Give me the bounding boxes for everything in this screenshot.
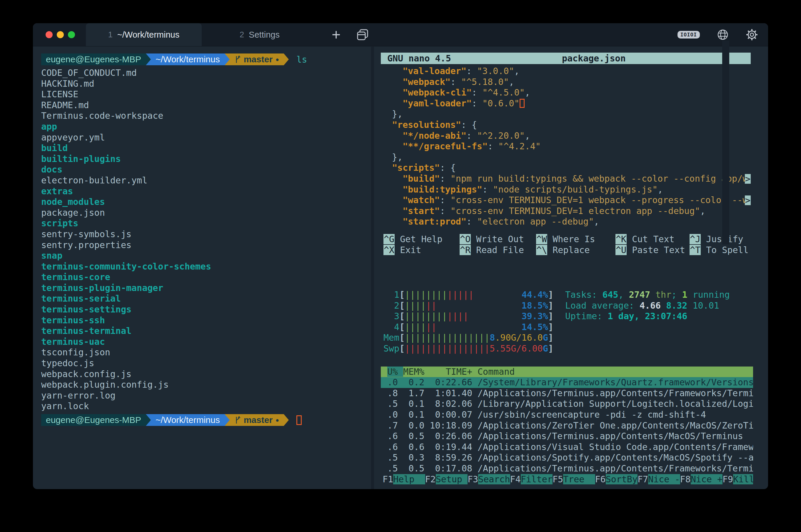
nano-shortcut: ^K Cut Text [615,234,690,245]
nano-shortcut: ^R Read File [460,245,536,255]
minimize-button[interactable] [57,31,64,38]
nano-scrollbar[interactable] [722,41,729,245]
nano-shortcut: ^T To Spell [690,245,751,255]
directory-entry: node_modules [41,197,376,208]
nano-shortcut: ^W Where Is [536,234,615,245]
prompt-line: eugene@Eugenes-MBP ~/Work/terminus maste… [41,54,376,65]
tab-number: 1 [108,30,113,39]
git-branch-label: master [244,415,273,425]
git-branch-icon [234,55,241,64]
nano-editor-pane[interactable]: GNU nano 4.5 package.json "val-loader": … [381,53,751,255]
process-row[interactable]: .5 0.3 8:59.26 /Applications/Spotify.app… [381,452,753,463]
process-row[interactable]: .8 1.7 1:01.40 /Applications/Terminus.ap… [381,388,753,399]
zoom-button[interactable] [68,31,75,38]
directory-entry: build [41,143,376,154]
terminal-cursor [296,415,302,425]
file-entry: yarn.lock [41,401,376,412]
uptime-line: Uptime: 1 day, 23:07:46 [565,311,730,322]
git-status-dot: ● [276,56,279,63]
directory-entry: terminus-settings [41,304,376,315]
process-row-selected[interactable]: .0 0.2 0:22.66 /System/Library/Framework… [381,377,753,388]
traffic-lights [33,23,86,46]
powerline-arrow [284,54,289,65]
memory-meter: Mem[||||||||||||||||8.90G/16.0G] [384,332,753,343]
powerline-arrow [146,414,151,426]
fkey-f1[interactable]: F1Help [383,474,425,484]
fkey-f9[interactable]: F9Kill [723,474,753,484]
duplicate-tab-icon[interactable] [356,28,369,41]
prompt-git-segment: master ● [230,54,284,65]
fkey-f7[interactable]: F7Nice - [637,474,680,484]
directory-entry: terminus-uac [41,337,376,347]
directory-entry: app [41,121,376,132]
htop-pane[interactable]: 1[||||||||||||| 44.4%] 2[|||||| 18.5%] 3… [381,289,753,485]
close-button[interactable] [45,31,53,38]
fkey-f2[interactable]: F2Setup [425,474,468,484]
tab-settings[interactable]: 2 Settings [202,23,318,46]
process-row[interactable]: .7 0.0 10:18.09 /Applications/ZeroTier O… [381,420,753,431]
directory-entry: docs [41,164,376,175]
globe-icon[interactable] [717,29,729,41]
prompt-git-segment: master ● [230,414,284,426]
nano-line: "start:prod": "electron app --debug", [381,216,751,227]
process-row[interactable]: .5 0.1 8:02.06 /Library/Application Supp… [381,399,753,410]
serial-ports-icon[interactable]: IOIOI [677,31,700,38]
file-entry: HACKING.md [41,78,376,89]
nano-shortcut: ^X Exit [384,245,460,255]
nano-line: "resolutions": { [381,120,751,131]
file-entry: CODE_OF_CONDUCT.md [41,68,376,78]
process-table-header[interactable]: U% MEM% TIME+ Command [381,366,753,377]
fkey-f3[interactable]: F3Search [468,474,510,484]
directory-entry: terminus-serial [41,293,376,304]
nano-line: "build:typings": "node scripts/build-typ… [381,184,751,195]
prompt-user-segment: eugene@Eugenes-MBP [41,54,146,65]
directory-entry: terminus-terminal [41,326,376,337]
process-row[interactable]: .0 0.1 0:00.07 /usr/sbin/screencapture -… [381,410,753,420]
process-row[interactable]: .5 0.5 0:17.08 /Applications/Terminus.ap… [381,463,753,474]
nano-line: "yaml-loader": "0.6.0" [381,98,751,109]
directory-entry: terminus-core [41,272,376,283]
powerline-arrow [284,414,289,426]
powerline-arrow [225,414,230,426]
file-entry: tsconfig.json [41,347,376,358]
prompt-cwd-segment: ~/Work/terminus [151,54,225,65]
settings-gear-icon[interactable] [746,28,758,41]
file-entry: README.md [41,100,376,111]
fkey-f6[interactable]: F6SortBy [595,474,638,484]
new-tab-button[interactable]: + [332,29,340,41]
git-branch-label: master [244,54,273,64]
nano-line: "webpack": "^5.18.0", [381,77,751,88]
powerline-arrow [146,54,151,65]
process-row[interactable]: .6 0.6 0:19.44 /Applications/Visual Stud… [381,442,753,453]
nano-shortcut: ^U Paste Text [615,245,690,255]
file-entry: yarn-error.log [41,390,376,401]
tab-title: ~/Work/terminus [117,30,179,40]
directory-entry: terminus-plugin-manager [41,283,376,293]
nano-title-bar: GNU nano 4.5 package.json [381,53,751,64]
file-entry: LICENSE [41,89,376,100]
nano-shortcut: ^O Write Out [460,234,536,245]
fkey-f4[interactable]: F4Filter [510,474,553,484]
terminal-pane[interactable]: eugene@Eugenes-MBP ~/Work/terminus maste… [41,54,376,426]
nano-shortcut: ^J Justify [690,234,751,245]
file-entry: webpack.plugin.config.js [41,379,376,390]
htop-summary: Tasks: 645, 2747 thr; 1 running Load ave… [565,289,730,322]
tab-title: Settings [249,30,280,40]
directory-entry: terminus-community-color-schemes [41,261,376,272]
file-entry: webpack.config.js [41,369,376,380]
nano-line: "val-loader": "3.0.0", [381,66,751,77]
nano-shortcut: ^G Get Help [384,234,460,245]
titlebar: 1 ~/Work/terminus 2 Settings + IOIOI [33,23,768,46]
nano-line: "build": "npm run build:typings && webpa… [381,173,751,184]
file-entry: package.json [41,208,376,218]
fkey-f8[interactable]: F8Nice + [680,474,723,484]
directory-entry: terminus-ssh [41,315,376,326]
nano-buffer: "val-loader": "3.0.0", "webpack": "^5.18… [381,66,751,227]
tab-work-terminus[interactable]: 1 ~/Work/terminus [86,23,202,46]
process-row[interactable]: .6 0.5 0:26.06 /Applications/Terminus.ap… [381,431,753,442]
desktop-background: 1 ~/Work/terminus 2 Settings + IOIOI [0,0,801,532]
terminus-window: 1 ~/Work/terminus 2 Settings + IOIOI [33,23,768,489]
fkey-f5[interactable]: F5Tree [553,474,595,484]
directory-entry: extras [41,186,376,197]
directory-entry: builtin-plugins [41,154,376,165]
